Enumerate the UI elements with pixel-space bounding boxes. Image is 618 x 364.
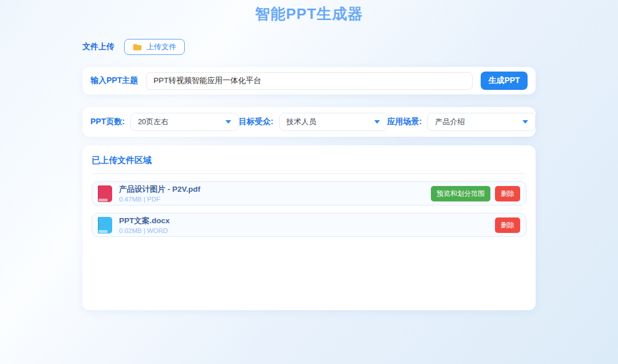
- delete-button[interactable]: 删除: [495, 217, 520, 233]
- file-row: 产品设计图片 - P2V.pdf 0.47MB | PDF 预览和划分范围删除: [92, 181, 526, 205]
- scene-select-value: 产品介绍: [435, 117, 465, 127]
- folder-icon: [133, 43, 142, 51]
- uploaded-files-card: 已上传文件区域 产品设计图片 - P2V.pdf 0.47MB | PDF 预览…: [82, 145, 536, 310]
- file-meta: 0.02MB | WORD: [119, 227, 488, 234]
- file-name: 产品设计图片 - P2V.pdf: [119, 184, 424, 195]
- page-title: 智能PPT生成器: [0, 0, 618, 24]
- chevron-down-icon: [522, 120, 528, 124]
- preview-button[interactable]: 预览和划分范围: [431, 186, 490, 201]
- file-row: PPT文案.docx 0.02MB | WORD 删除: [92, 213, 526, 237]
- file-meta: 0.47MB | PDF: [119, 196, 424, 203]
- options-card: PPT页数: 20页左右 目标受众: 技术人员 应用场景: 产品介绍: [82, 107, 536, 137]
- scene-select[interactable]: 产品介绍: [427, 113, 536, 131]
- scene-label: 应用场景:: [387, 117, 422, 127]
- main-content: 文件上传 上传文件 输入PPT主题 生成PPT PPT页数: 20页左右 目标受…: [82, 39, 536, 310]
- file-name: PPT文案.docx: [119, 216, 488, 226]
- pages-select[interactable]: 20页左右: [130, 113, 239, 131]
- option-group-pages: PPT页数: 20页左右: [90, 113, 239, 131]
- topic-label: 输入PPT主题: [90, 76, 138, 86]
- option-group-scene: 应用场景: 产品介绍: [387, 113, 536, 131]
- topic-input[interactable]: [146, 72, 473, 90]
- file-actions: 删除: [495, 217, 520, 233]
- audience-select[interactable]: 技术人员: [279, 113, 387, 131]
- chevron-down-icon: [225, 120, 231, 124]
- file-list: 产品设计图片 - P2V.pdf 0.47MB | PDF 预览和划分范围删除 …: [92, 181, 526, 237]
- audience-select-value: 技术人员: [287, 117, 316, 127]
- file-actions: 预览和划分范围删除: [431, 186, 520, 201]
- divider: [92, 173, 526, 174]
- upload-file-button[interactable]: 上传文件: [124, 39, 185, 55]
- pages-label: PPT页数:: [90, 117, 125, 127]
- generate-ppt-button[interactable]: 生成PPT: [481, 72, 528, 90]
- topic-card: 输入PPT主题 生成PPT: [82, 67, 536, 94]
- delete-button[interactable]: 删除: [495, 186, 520, 201]
- audience-label: 目标受众:: [239, 117, 274, 127]
- upload-section-label: 文件上传: [82, 42, 114, 52]
- pages-select-value: 20页左右: [138, 117, 168, 127]
- uploaded-files-title: 已上传文件区域: [92, 155, 526, 166]
- upload-button-label: 上传文件: [146, 42, 176, 52]
- option-group-audience: 目标受众: 技术人员: [239, 113, 387, 131]
- red-book-icon: [98, 185, 112, 202]
- upload-row: 文件上传 上传文件: [82, 39, 536, 55]
- chevron-down-icon: [374, 120, 380, 124]
- blue-book-icon: [98, 217, 112, 234]
